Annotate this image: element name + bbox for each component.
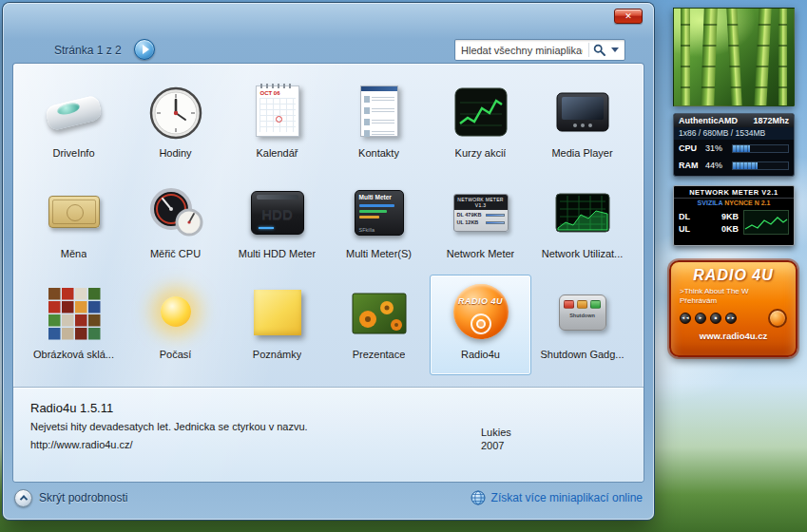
radio4u-icon: RADIO 4U <box>451 283 511 344</box>
details-title: Radio4u 1.5.11 <box>30 401 626 415</box>
currency-icon <box>44 182 105 243</box>
hide-details-button[interactable]: Skrýt podrobnosti <box>14 489 127 507</box>
details-description: Nejvetsi hity devadesatych let. Jednicka… <box>30 421 626 432</box>
gadget-item-weather[interactable]: Počasí <box>125 275 226 375</box>
sticky-note-icon <box>247 283 308 344</box>
details-url-link[interactable]: http://www.radio4u.cz/ <box>30 439 133 450</box>
search-box <box>454 39 625 61</box>
weather-sun-icon <box>145 283 206 344</box>
gadget-item-shutdown[interactable]: Shutdown Shutdown Gadg... <box>531 275 633 375</box>
cpu-memory-line: 1x86 / 680MB / 1534MB <box>674 127 794 140</box>
download-row: DL 9KB <box>679 210 739 222</box>
gadget-item-multi-meter[interactable]: Multi Meter SFkilla Multi Meter(S) <box>328 174 430 275</box>
desktop-wallpaper: ✕ Stránka 1 z 2 DriveInfo <box>0 0 807 532</box>
gadget-item-network-utilization[interactable]: Network Utilizat... <box>531 174 633 275</box>
multi-meter-icon: Multi Meter SFkilla <box>349 182 410 243</box>
bamboo-stalk <box>681 8 690 106</box>
ram-bar-fill <box>733 162 758 169</box>
ram-bar-track <box>732 162 789 170</box>
radio-play-button[interactable]: ► <box>695 313 706 324</box>
bamboo-stalk <box>726 8 742 106</box>
search-icon[interactable] <box>593 44 605 56</box>
next-arrow-icon <box>143 45 149 54</box>
page-indicator: Stránka 1 z 2 <box>54 44 122 57</box>
details-author: Lukies 2007 <box>481 426 511 452</box>
chevron-up-icon <box>19 495 27 503</box>
contacts-icon <box>349 82 410 142</box>
radio-volume-knob[interactable] <box>768 309 787 328</box>
shutdown-icon: Shutdown <box>552 283 613 344</box>
search-options-chevron-icon[interactable] <box>611 48 619 52</box>
gadget-item-multi-hdd-meter[interactable]: HDD Multi HDD Meter <box>226 174 328 275</box>
calendar-icon: OCT 06 <box>247 82 308 142</box>
bamboo-stalk <box>754 8 772 106</box>
radio-controls: ◄◄ ► ■ ►► <box>680 309 787 328</box>
cpu-clock: 1872Mhz <box>753 116 789 125</box>
ram-usage-row: RAM 44% <box>674 157 794 174</box>
network-meter-desktop-gadget[interactable]: NETWORK METER V2.1 SVIZILA NYCNCE N 2.1 … <box>673 185 795 246</box>
picture-puzzle-icon <box>44 283 105 344</box>
bamboo-picture[interactable] <box>673 8 795 106</box>
network-traffic-graph <box>743 209 789 236</box>
globe-icon <box>471 490 486 505</box>
gadget-grid: DriveInfo Hodiny <box>23 73 633 375</box>
radio-track-title: >Think About The W <box>680 287 787 295</box>
gadget-item-radio4u[interactable]: RADIO 4U Radio4u <box>430 275 531 375</box>
cpu-vendor: AuthenticAMD <box>679 116 738 125</box>
upload-row: UL 0KB <box>679 222 739 235</box>
cpu-bar-track <box>732 144 789 153</box>
get-more-gadgets-link[interactable]: Získat více miniaplikací online <box>471 490 643 505</box>
gadget-item-stocks[interactable]: Kurzy akcií <box>430 73 531 174</box>
cpu-meter-icon <box>145 182 206 243</box>
network-gadget-title: NETWORK METER V2.1 <box>674 186 794 199</box>
gadget-item-media-player[interactable]: Media Player <box>531 73 633 174</box>
multi-hdd-meter-icon: HDD <box>247 182 308 243</box>
bamboo-stalk <box>778 8 787 106</box>
radio-logo: RADIO 4U <box>680 267 787 284</box>
media-player-icon <box>552 82 613 142</box>
gadget-item-slideshow[interactable]: Prezentace <box>328 275 430 375</box>
next-page-button[interactable] <box>134 39 155 60</box>
radio-status: Přehrávám <box>680 296 787 305</box>
radio-forward-button[interactable]: ►► <box>725 313 737 324</box>
stocks-icon <box>451 82 511 142</box>
close-button[interactable]: ✕ <box>614 9 643 24</box>
radio-stop-button[interactable]: ■ <box>710 313 721 324</box>
gadget-gallery-window: ✕ Stránka 1 z 2 DriveInfo <box>3 3 654 520</box>
network-scroll-text: SVIZILA NYCNCE N 2.1 <box>674 199 794 207</box>
clock-icon <box>145 82 206 142</box>
gadget-item-picture-puzzle[interactable]: Obrázková sklá... <box>23 275 125 375</box>
gadget-item-calendar[interactable]: OCT 06 Kalendář <box>226 73 328 174</box>
gadget-item-notes[interactable]: Poznámky <box>226 275 328 375</box>
cpu-usage-row: CPU 31% <box>674 140 794 157</box>
cpu-bar-fill <box>733 145 750 152</box>
window-footer: Skrýt podrobnosti Získat více miniaplika… <box>14 484 643 512</box>
cpu-meter-desktop-gadget[interactable]: AuthenticAMD 1872Mhz 1x86 / 680MB / 1534… <box>673 113 795 177</box>
radio4u-desktop-gadget[interactable]: RADIO 4U >Think About The W Přehrávám ◄◄… <box>669 260 797 357</box>
network-utilization-icon <box>552 182 613 243</box>
gadget-details-panel: Radio4u 1.5.11 Nejvetsi hity devadesatyc… <box>13 387 644 482</box>
gadget-item-driveinfo[interactable]: DriveInfo <box>23 73 125 174</box>
gadget-item-network-meter[interactable]: NETWORK METER V1.3 DL 479KB UL 12KB Netw… <box>430 174 531 275</box>
network-meter-icon: NETWORK METER V1.3 DL 479KB UL 12KB <box>451 182 511 243</box>
search-separator <box>588 43 589 57</box>
gadget-item-clock[interactable]: Hodiny <box>125 73 226 174</box>
gadget-item-currency[interactable]: Měna <box>23 174 125 275</box>
collapse-circle-button[interactable] <box>14 489 32 507</box>
slideshow-icon <box>349 283 410 344</box>
gadget-item-cpu-meter[interactable]: Měřič CPU <box>125 174 226 275</box>
radio-website-url: www.radio4u.cz <box>680 331 787 341</box>
search-input[interactable] <box>455 45 588 56</box>
gallery-content: DriveInfo Hodiny <box>13 64 644 482</box>
gadget-item-contacts[interactable]: Kontakty <box>328 73 430 174</box>
radio-rewind-button[interactable]: ◄◄ <box>680 313 691 324</box>
driveinfo-icon <box>44 82 105 142</box>
bamboo-stalk <box>701 8 718 106</box>
